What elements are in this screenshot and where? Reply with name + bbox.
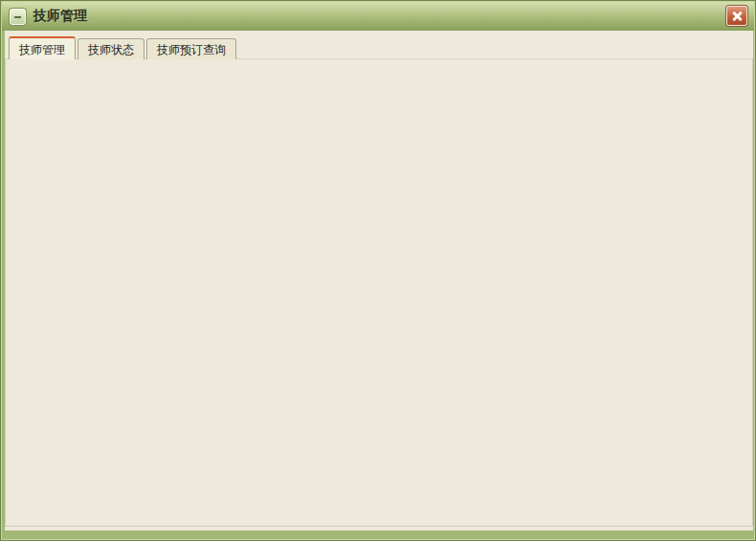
window-menu-icon[interactable] — [10, 9, 26, 25]
tab-bar: 技师管理 技师状态 技师预订查询 — [9, 36, 236, 59]
close-button[interactable] — [726, 6, 747, 26]
title-bar: 技师管理 — [2, 2, 754, 31]
tab-reservation-query[interactable]: 技师预订查询 — [146, 38, 236, 59]
tab-page-panel — [5, 58, 753, 527]
window-title: 技师管理 — [33, 8, 87, 25]
tab-technician-status[interactable]: 技师状态 — [78, 38, 145, 59]
minus-icon — [14, 16, 21, 18]
tab-technician-manage[interactable]: 技师管理 — [9, 36, 76, 59]
close-icon — [731, 11, 743, 22]
technician-manager-window: 技师管理 技师管理 技师状态 技师预订查询 服务班次: 所有班次 编号/姓名[F… — [0, 0, 756, 541]
